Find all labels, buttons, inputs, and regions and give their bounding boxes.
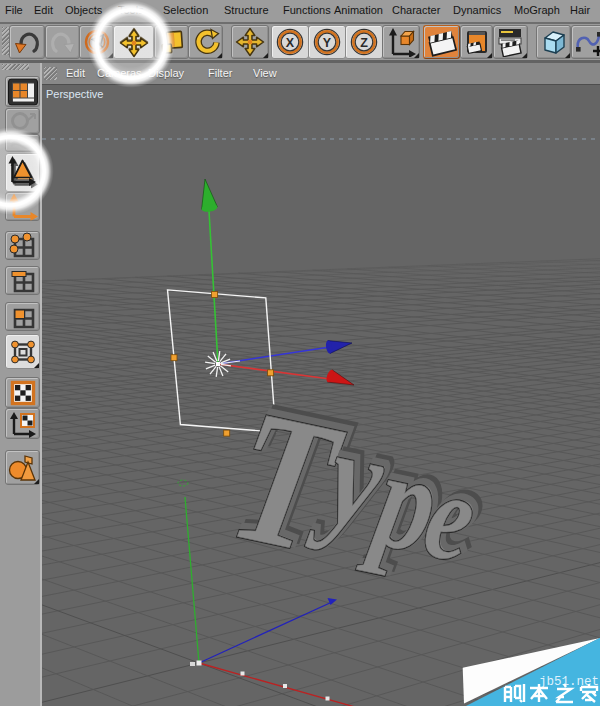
svg-text:X: X (286, 36, 295, 50)
svg-text:Z: Z (360, 36, 368, 50)
svg-text:Y: Y (323, 36, 332, 50)
